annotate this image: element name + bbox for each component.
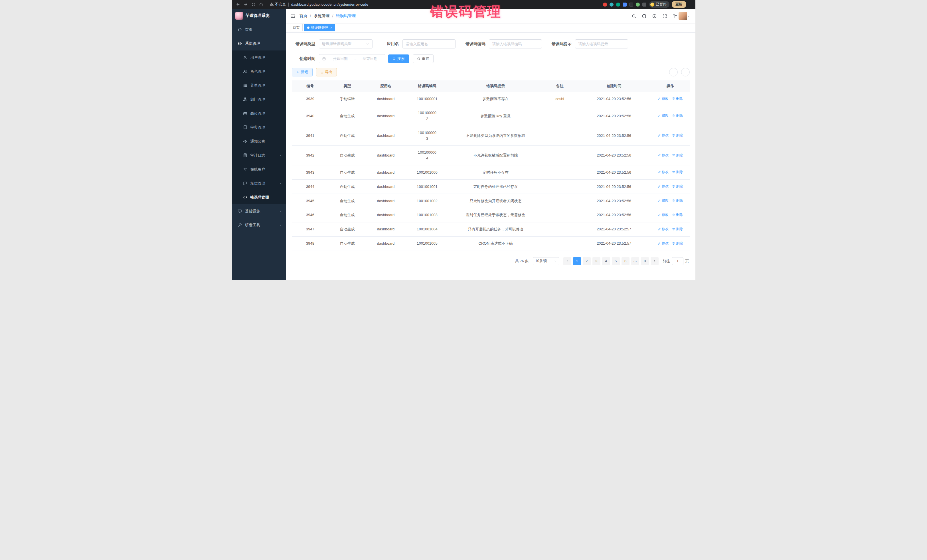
cell-created: 2021-04-20 23:52:56: [577, 92, 651, 106]
font-size-icon[interactable]: [673, 14, 678, 18]
error-code-input[interactable]: [489, 39, 542, 49]
fullscreen-icon[interactable]: [662, 14, 667, 18]
add-button[interactable]: 新增: [292, 68, 313, 76]
help-icon[interactable]: [652, 14, 657, 18]
address-divider: [288, 3, 289, 6]
delete-link[interactable]: 删除: [672, 212, 683, 217]
delete-link[interactable]: 删除: [672, 169, 683, 175]
profile-paused-badge[interactable]: 已暂停: [649, 1, 669, 8]
error-type-select[interactable]: 请选择错误码类型: [319, 39, 372, 49]
page-button-8[interactable]: 8: [641, 257, 649, 265]
browser-update-button[interactable]: 更新: [672, 1, 686, 8]
search-icon[interactable]: [632, 14, 636, 18]
toggle-search-icon[interactable]: [669, 68, 678, 76]
sidebar-item-online-users[interactable]: 在线用户: [232, 162, 286, 176]
sidebar-logo[interactable]: 芋道管理系统: [232, 9, 286, 23]
page-button-3[interactable]: 3: [593, 257, 600, 265]
refresh-icon[interactable]: [249, 1, 257, 8]
cell-remark: [543, 237, 577, 250]
delete-link[interactable]: 删除: [672, 133, 683, 138]
next-page-button[interactable]: [650, 257, 659, 265]
reset-button[interactable]: 重置: [413, 55, 433, 63]
delete-link[interactable]: 删除: [672, 113, 683, 118]
cell-type: 自动生成: [329, 106, 366, 126]
delete-link[interactable]: 删除: [672, 198, 683, 203]
breadcrumb-home[interactable]: 首页: [299, 14, 307, 18]
export-button[interactable]: 导出: [316, 68, 337, 76]
sidebar-item-notice[interactable]: 通知公告: [232, 134, 286, 148]
delete-link[interactable]: 删除: [672, 184, 683, 189]
sidebar-item-post-management[interactable]: 岗位管理: [232, 106, 286, 120]
ext-red-icon[interactable]: [603, 3, 607, 6]
delete-link[interactable]: 删除: [672, 241, 683, 246]
sidebar-item-dept-management[interactable]: 部门管理: [232, 93, 286, 106]
delete-link[interactable]: 删除: [672, 153, 683, 158]
pagination-more[interactable]: ···: [631, 257, 639, 265]
sidebar-item-dev-tools[interactable]: 研发工具: [232, 218, 286, 232]
page-size-select[interactable]: 10条/页: [533, 257, 559, 265]
delete-link[interactable]: 删除: [672, 96, 683, 102]
breadcrumb-system[interactable]: 系统管理: [313, 14, 330, 18]
page-button-5[interactable]: 5: [612, 257, 620, 265]
edit-link[interactable]: 修改: [658, 212, 669, 217]
edit-link[interactable]: 修改: [658, 241, 669, 246]
tab-home[interactable]: 首页: [290, 24, 302, 31]
prev-page-button[interactable]: [563, 257, 571, 265]
app-name-input[interactable]: [403, 39, 456, 49]
edit-icon: [658, 242, 661, 245]
ext-leaf-icon[interactable]: [636, 3, 640, 6]
chevron-down-icon[interactable]: [687, 15, 690, 18]
page-button-1[interactable]: 1: [573, 257, 581, 265]
sidebar-item-system-management[interactable]: 系统管理: [232, 36, 286, 50]
edit-link[interactable]: 修改: [658, 113, 669, 118]
edit-link[interactable]: 修改: [658, 96, 669, 102]
sidebar-item-home[interactable]: 首页: [232, 23, 286, 36]
edit-link[interactable]: 修改: [658, 133, 669, 138]
edit-link[interactable]: 修改: [658, 184, 669, 189]
star-bookmark-icon[interactable]: [594, 2, 599, 7]
sidebar-item-user-management[interactable]: 用户管理: [232, 50, 286, 64]
cell-app: dashboard: [366, 237, 406, 250]
search-button[interactable]: 搜索: [388, 55, 409, 63]
tab-error-code[interactable]: 错误码管理×: [304, 24, 335, 31]
table-row: 3944自动生成dashboard1001001001定时任务的处理器已经存在2…: [292, 180, 690, 194]
sidebar-item-error-code-management[interactable]: 错误码管理: [232, 190, 286, 204]
user-avatar[interactable]: [679, 12, 687, 20]
ext-green-check-icon[interactable]: [616, 3, 620, 6]
date-range-picker[interactable]: 开始日期 - 结束日期: [319, 54, 385, 63]
ext-grid-icon[interactable]: [623, 3, 627, 6]
chevron-down-icon: [554, 260, 557, 263]
goto-page-input[interactable]: [672, 257, 684, 265]
sidebar-item-menu-management[interactable]: 菜单管理: [232, 78, 286, 93]
edit-link-label: 修改: [662, 153, 669, 158]
sidebar-item-infrastructure[interactable]: 基础设施: [232, 204, 286, 218]
close-tab-icon[interactable]: ×: [330, 26, 332, 30]
sidebar-item-dict-management[interactable]: 字典管理: [232, 120, 286, 134]
back-icon[interactable]: [234, 1, 242, 8]
hamburger-icon[interactable]: [290, 14, 295, 19]
ext-dark-badge-icon[interactable]: [629, 3, 633, 6]
ext-drop-icon[interactable]: [609, 3, 614, 6]
sidebar-item-sms-management[interactable]: 短信管理: [232, 176, 286, 190]
kebab-menu-icon[interactable]: [688, 2, 693, 7]
url-text[interactable]: dashboard.yudao.iocoder.cn/system/error-…: [291, 3, 368, 6]
cell-app: dashboard: [366, 146, 406, 165]
edit-link[interactable]: 修改: [658, 169, 669, 175]
edit-link[interactable]: 修改: [658, 153, 669, 158]
page-button-6[interactable]: 6: [622, 257, 629, 265]
error-hint-input[interactable]: [575, 39, 628, 49]
edit-link[interactable]: 修改: [658, 198, 669, 203]
forward-icon[interactable]: [242, 1, 249, 8]
page-button-4[interactable]: 4: [602, 257, 610, 265]
sidebar-item-role-management[interactable]: 角色管理: [232, 64, 286, 78]
delete-link[interactable]: 删除: [672, 226, 683, 232]
home-icon[interactable]: [257, 1, 265, 8]
github-icon[interactable]: [642, 14, 647, 18]
sidebar-item-audit-log[interactable]: 审计日志: [232, 148, 286, 162]
refresh-table-icon[interactable]: [681, 68, 690, 76]
search-button-label: 搜索: [397, 56, 405, 61]
page-button-2[interactable]: 2: [583, 257, 591, 265]
pin-icon[interactable]: [642, 3, 646, 6]
cell-id: 3946: [292, 208, 329, 222]
edit-link[interactable]: 修改: [658, 226, 669, 232]
